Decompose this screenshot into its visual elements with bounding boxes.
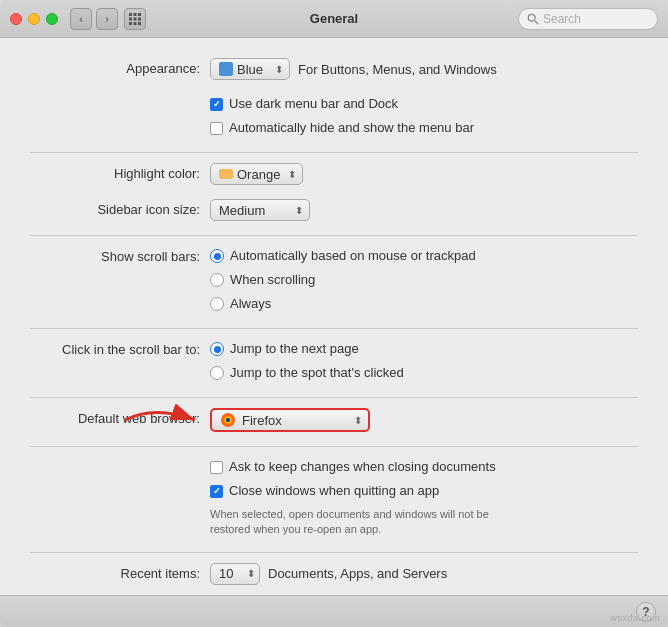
scroll-when-row: When scrolling [210,270,638,290]
scroll-bars-label: Show scroll bars: [30,246,210,268]
sidebar-value: Medium [219,203,287,218]
click-next-row: Jump to the next page [210,339,638,359]
scroll-always-radio[interactable] [210,297,224,311]
close-button[interactable] [10,13,22,25]
watermark: wsxdn.com [610,613,660,623]
close-windows-checkbox[interactable] [210,485,223,498]
ask-changes-content: Ask to keep changes when closing documen… [210,457,638,538]
svg-rect-3 [129,17,132,20]
svg-line-10 [535,20,538,23]
appearance-content: Blue ⬍ For Buttons, Menus, and Windows [210,58,638,80]
minimize-button[interactable] [28,13,40,25]
appearance-value: Blue [237,62,267,77]
system-preferences-window: ‹ › General Search Appearance: Bl [0,0,668,627]
svg-rect-2 [138,13,141,16]
recent-items-dropdown[interactable]: 10 ⬍ [210,563,260,585]
scroll-auto-text: Automatically based on mouse or trackpad [230,246,476,266]
divider-2 [30,235,638,236]
browser-arrow-icon: ⬍ [354,415,362,426]
appearance-row: Appearance: Blue ⬍ For Buttons, Menus, a… [30,58,638,80]
highlight-label: Highlight color: [30,163,210,185]
dark-menu-checkbox[interactable] [210,98,223,111]
svg-rect-7 [134,22,137,25]
grid-button[interactable] [124,8,146,30]
scroll-always-row: Always [210,294,638,314]
auto-hide-text: Automatically hide and show the menu bar [229,118,474,138]
sidebar-row: Sidebar icon size: Medium ⬍ [30,199,638,221]
content-area: Appearance: Blue ⬍ For Buttons, Menus, a… [0,38,668,595]
scroll-when-radio[interactable] [210,273,224,287]
red-arrow-annotation [115,400,205,440]
close-windows-subtext: When selected, open documents and window… [210,507,530,538]
svg-rect-8 [138,22,141,25]
highlight-content: Orange ⬍ [210,163,638,185]
svg-rect-6 [129,22,132,25]
auto-hide-checkbox-row: Automatically hide and show the menu bar [210,118,638,138]
ask-changes-row: Ask to keep changes when closing documen… [30,457,638,538]
browser-dropdown[interactable]: Firefox ⬍ [210,408,370,432]
click-spot-text: Jump to the spot that's clicked [230,363,404,383]
appearance-description: For Buttons, Menus, and Windows [298,62,497,77]
click-scroll-content: Jump to the next page Jump to the spot t… [210,339,638,383]
ask-changes-text: Ask to keep changes when closing documen… [229,457,496,477]
recent-items-row: Recent items: 10 ⬍ Documents, Apps, and … [30,563,638,585]
divider-5 [30,446,638,447]
ask-changes-checkbox[interactable] [210,461,223,474]
highlight-row: Highlight color: Orange ⬍ [30,163,638,185]
svg-rect-5 [138,17,141,20]
sidebar-arrow-icon: ⬍ [295,205,303,216]
svg-point-9 [528,14,535,21]
recent-items-content: 10 ⬍ Documents, Apps, and Servers [210,563,638,585]
sidebar-content: Medium ⬍ [210,199,638,221]
sidebar-label: Sidebar icon size: [30,199,210,221]
divider-4 [30,397,638,398]
auto-hide-checkbox[interactable] [210,122,223,135]
click-spot-row: Jump to the spot that's clicked [210,363,638,383]
appearance-dropdown[interactable]: Blue ⬍ [210,58,290,80]
dark-menu-content: Use dark menu bar and Dock Automatically… [210,94,638,138]
appearance-label: Appearance: [30,58,210,80]
search-placeholder: Search [543,12,581,26]
titlebar: ‹ › General Search [0,0,668,38]
svg-rect-4 [134,17,137,20]
scroll-always-text: Always [230,294,271,314]
scroll-bars-row: Show scroll bars: Automatically based on… [30,246,638,314]
click-scroll-row: Click in the scroll bar to: Jump to the … [30,339,638,383]
recent-items-label: Recent items: [30,563,210,585]
browser-value: Firefox [242,413,344,428]
recent-items-value: 10 [219,566,239,581]
recent-items-description: Documents, Apps, and Servers [268,566,447,581]
search-bar[interactable]: Search [518,8,658,30]
firefox-icon [220,412,236,428]
recent-items-arrow-icon: ⬍ [247,568,255,579]
svg-rect-1 [134,13,137,16]
click-next-radio[interactable] [210,342,224,356]
scroll-auto-radio[interactable] [210,249,224,263]
click-next-text: Jump to the next page [230,339,359,359]
svg-point-14 [226,418,230,422]
scroll-bars-content: Automatically based on mouse or trackpad… [210,246,638,314]
dark-menu-checkbox-row: Use dark menu bar and Dock [210,94,638,114]
forward-button[interactable]: › [96,8,118,30]
sidebar-dropdown[interactable]: Medium ⬍ [210,199,310,221]
highlight-dropdown[interactable]: Orange ⬍ [210,163,303,185]
browser-content: Firefox ⬍ [210,408,638,432]
click-scroll-label: Click in the scroll bar to: [30,339,210,361]
scroll-when-text: When scrolling [230,270,315,290]
click-spot-radio[interactable] [210,366,224,380]
ask-changes-checkbox-row: Ask to keep changes when closing documen… [210,457,638,477]
bottom-bar: ? [0,595,668,627]
nav-buttons: ‹ › [70,8,118,30]
divider-6 [30,552,638,553]
divider-3 [30,328,638,329]
back-button[interactable]: ‹ [70,8,92,30]
traffic-lights [10,13,58,25]
dark-menu-row: Use dark menu bar and Dock Automatically… [30,94,638,138]
appearance-arrow-icon: ⬍ [275,64,283,75]
search-icon [527,13,539,25]
highlight-arrow-icon: ⬍ [288,169,296,180]
dark-menu-text: Use dark menu bar and Dock [229,94,398,114]
highlight-value: Orange [237,167,280,182]
maximize-button[interactable] [46,13,58,25]
close-windows-checkbox-row: Close windows when quitting an app [210,481,638,501]
